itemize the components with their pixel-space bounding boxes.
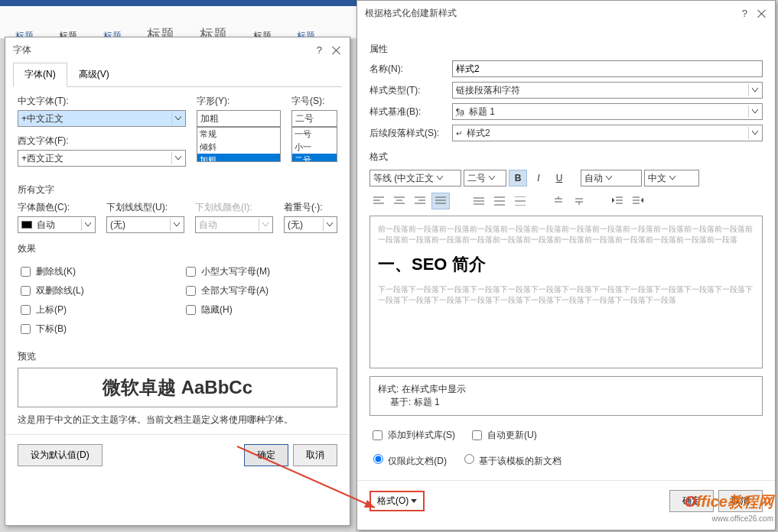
font-dialog-tabs: 字体(N) 高级(V) [13,63,342,87]
chk-hidden[interactable]: 隐藏(H) [183,303,337,317]
style-type-select[interactable]: 链接段落和字符 [452,82,763,99]
chevron-down-icon[interactable] [748,105,760,118]
style-list[interactable]: 常规 倾斜 加粗 [197,127,281,162]
name-label: 名称(N): [369,63,446,76]
radio-template[interactable]: 基于该模板的新文档 [461,452,562,468]
italic-button[interactable]: I [529,170,548,187]
style-base-select[interactable]: ¶a标题 1 [452,103,763,120]
help-icon[interactable]: ? [742,8,747,19]
base-label: 样式基准(B): [369,105,446,118]
effects-label: 效果 [18,242,337,255]
style-name-input[interactable] [452,60,763,77]
chevron-down-icon[interactable] [748,127,760,139]
line-spacing-2-button[interactable] [511,193,529,209]
indent-right-button[interactable] [629,193,647,209]
chevron-down-icon[interactable] [170,219,182,231]
preview-label: 预览 [18,350,337,363]
align-left-button[interactable] [369,193,388,209]
align-center-button[interactable] [390,193,409,209]
style-preview: 前一段落前一段落前一段落前一段落前一段落前一段落前一段落前一段落前一段落前一段落… [369,216,763,368]
ok-button[interactable]: 确定 [244,444,288,466]
space-before-button[interactable] [549,193,568,209]
chevron-down-icon[interactable] [81,219,93,231]
font-dialog: 字体 ? 字体(N) 高级(V) 中文字体(T): +中文正文 西文字体(F): [5,37,350,526]
space-after-button[interactable] [570,193,588,209]
style-input[interactable]: 加粗 [197,110,281,127]
ribbon-bg: 标题 标题 标题 标题 标题 标题 标题 [0,0,360,38]
chk-add-to-library[interactable]: 添加到样式库(S) [369,428,455,443]
style-dialog: 根据格式化创建新样式 ? 属性 名称(N): 样式类型(T):链接段落和字符 样… [356,0,776,530]
style-follow-select[interactable]: ↵样式2 [452,125,763,141]
tab-advanced[interactable]: 高级(V) [67,63,121,86]
size-list[interactable]: 一号 小一 二号 [291,127,337,162]
chk-smallcaps[interactable]: 小型大写字母(M) [183,264,337,279]
font-family-select[interactable]: 等线 (中文正文 [369,170,461,187]
follow-label: 后续段落样式(S): [369,127,446,140]
en-font-select[interactable]: +西文正文 [18,150,186,167]
chk-superscript[interactable]: 上标(P) [18,303,172,317]
style-dialog-titlebar: 根据格式化创建新样式 ? [357,1,775,26]
chevron-down-icon[interactable] [171,152,184,164]
bold-button[interactable]: B [509,170,527,187]
font-dialog-titlebar: 字体 ? [5,37,350,63]
all-text-label: 所有文字 [18,183,337,196]
line-spacing-1-button[interactable] [470,193,488,209]
line-spacing-15-button[interactable] [490,193,509,209]
ul-color-select: 自动 [195,216,273,233]
chk-strikethrough[interactable]: 删除线(K) [18,264,172,279]
watermark-brand: OOffice教程网ffice教程网 [685,491,773,512]
en-font-label: 西文字体(F): [18,135,186,148]
font-size-select[interactable]: 二号 [464,170,506,187]
cn-font-select[interactable]: +中文正文 [18,110,186,127]
chk-subscript[interactable]: 下标(B) [18,322,172,336]
paragraph-icon: ¶a [456,108,464,116]
chevron-down-icon [259,219,271,231]
align-justify-button[interactable] [431,193,450,209]
cancel-button[interactable]: 取消 [293,444,337,466]
chk-double-strike[interactable]: 双删除线(L) [18,284,172,298]
preview-desc: 这是用于中文的正文主题字体。当前文档主题定义将使用哪种字体。 [18,414,337,427]
underline-button[interactable]: U [550,170,568,187]
style-dialog-title: 根据格式化创建新样式 [365,7,457,20]
chevron-down-icon[interactable] [171,112,184,125]
size-input[interactable]: 二号 [291,110,337,127]
ul-style-select[interactable]: (无) [106,216,184,233]
cn-font-label: 中文字体(T): [18,95,186,108]
font-preview: 微软卓越 AaBbCc [18,368,337,407]
format-toolbar-2 [369,193,763,209]
set-default-button[interactable]: 设为默认值(D) [18,444,103,466]
style-label: 字形(Y): [197,95,281,108]
chevron-down-icon[interactable] [748,84,760,96]
return-icon: ↵ [456,129,462,138]
preview-heading: 一、SEO 简介 [378,253,754,277]
ul-color-label: 下划线颜色(I): [195,201,273,214]
radio-this-doc[interactable]: 仅限此文档(D) [369,452,447,468]
indent-left-button[interactable] [608,193,627,209]
size-label: 字号(S): [291,95,337,108]
chk-auto-update[interactable]: 自动更新(U) [469,428,537,443]
close-icon[interactable] [757,8,767,19]
chk-allcaps[interactable]: 全部大写字母(A) [183,284,337,298]
ul-style-label: 下划线线型(U): [106,201,184,214]
emphasis-label: 着重号(·): [284,201,337,214]
watermark-url: www.office26.com [712,514,773,523]
font-dialog-title: 字体 [13,44,31,57]
close-icon[interactable] [331,45,342,56]
chevron-down-icon[interactable] [323,219,335,231]
font-color-select[interactable]: 自动 [581,170,642,187]
align-right-button[interactable] [411,193,429,209]
format-button[interactable]: 格式(O) [369,491,425,511]
props-label: 属性 [369,43,763,56]
style-info: 样式: 在样式库中显示 基于: 标题 1 [369,376,763,416]
lang-select[interactable]: 中文 [644,170,699,187]
format-toolbar-1: 等线 (中文正文 二号 B I U 自动 中文 [369,170,763,187]
type-label: 样式类型(T): [369,84,446,97]
emphasis-select[interactable]: (无) [284,216,337,233]
font-color-select[interactable]: 自动 [18,216,96,233]
help-icon[interactable]: ? [317,44,322,56]
tab-font[interactable]: 字体(N) [13,63,67,87]
font-color-label: 字体颜色(C): [18,201,96,214]
format-section-label: 格式 [369,151,763,164]
